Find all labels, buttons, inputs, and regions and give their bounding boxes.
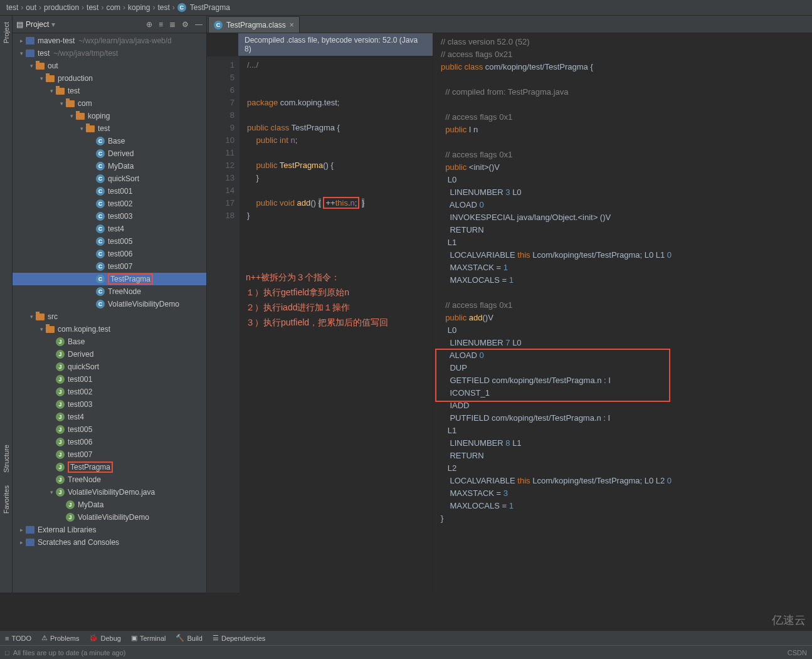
tree-item[interactable]: quickSort: [13, 172, 206, 185]
bc-item[interactable]: koping: [128, 3, 150, 12]
status-bar: □ All files are up to date (a minute ago…: [0, 645, 812, 659]
tree-item[interactable]: ▸External Libraries: [13, 524, 206, 536]
todo-button[interactable]: ≡ TODO: [5, 635, 31, 642]
bc-item[interactable]: test: [157, 3, 169, 12]
bottom-tool-bar: ≡ TODO ⚠ Problems 🐞 Debug ▣ Terminal 🔨 B…: [0, 630, 812, 645]
favorites-tool-button[interactable]: Favorites: [3, 485, 10, 514]
bc-item[interactable]: TestPragma: [190, 3, 230, 12]
line-gutter: 15678910111213141718: [207, 56, 240, 593]
annotation-overlay: n++被拆分为３个指令： １）执行getfield拿到原始n ２）执行iadd进…: [246, 270, 388, 330]
tree-item[interactable]: ▾koping: [13, 110, 206, 122]
status-message: All files are up to date (a minute ago): [13, 649, 126, 656]
bc-item[interactable]: out: [26, 3, 36, 12]
tree-item[interactable]: ▾production: [13, 72, 206, 85]
tree-item[interactable]: MyData: [13, 498, 206, 511]
tree-item[interactable]: test001: [13, 373, 206, 386]
tree-item[interactable]: VolatileVisibilityDemo: [13, 511, 206, 524]
terminal-button[interactable]: ▣ Terminal: [131, 634, 166, 642]
tree-item[interactable]: quickSort: [13, 361, 206, 373]
collapse-icon[interactable]: ≣: [169, 20, 176, 29]
tree-item[interactable]: TestPragma: [13, 273, 206, 285]
tree-item[interactable]: ▾out: [13, 60, 206, 72]
structure-tool-button[interactable]: Structure: [3, 445, 10, 473]
tree-item[interactable]: ▸Scratches and Consoles: [13, 536, 206, 549]
tree-item[interactable]: test002: [13, 198, 206, 210]
tree-item[interactable]: ▾test~/wxp/java/tmp/test: [13, 47, 206, 60]
tree-item[interactable]: TreeNode: [13, 473, 206, 486]
hide-icon[interactable]: —: [195, 20, 203, 29]
problems-button[interactable]: ⚠ Problems: [41, 634, 79, 642]
tree-item[interactable]: ▾VolatileVisibilityDemo.java: [13, 486, 206, 498]
tree-item[interactable]: test006: [13, 248, 206, 260]
source-code[interactable]: /.../ package com.koping.test; public cl…: [240, 56, 433, 593]
tree-item[interactable]: TestPragma: [13, 461, 206, 473]
bc-item[interactable]: test: [87, 3, 98, 12]
debug-button[interactable]: 🐞 Debug: [89, 634, 120, 642]
tree-item[interactable]: ▾test: [13, 122, 206, 135]
class-icon: [214, 21, 223, 29]
decompiled-banner: Decompiled .class file, bytecode version…: [238, 33, 433, 56]
tree-item[interactable]: ▸maven-test~/wxp/learn/java/java-web/d: [13, 34, 206, 47]
project-tool-button[interactable]: Project: [3, 22, 10, 43]
tab-testpragma[interactable]: TestPragma.class ×: [208, 16, 300, 33]
tree-item[interactable]: test4: [13, 223, 206, 235]
status-icon: □: [5, 649, 9, 656]
sidebar-header: ▤ Project ▾ ⊕ ≡ ≣ ⚙ —: [13, 16, 206, 33]
editor-tabs: TestPragma.class ×: [207, 16, 812, 33]
sidebar-title: Project: [26, 20, 49, 29]
locate-icon[interactable]: ⊕: [146, 20, 152, 29]
tab-label: TestPragma.class: [226, 21, 286, 29]
bc-item[interactable]: production: [44, 3, 79, 12]
decompiled-editor[interactable]: Decompiled .class file, bytecode version…: [207, 33, 433, 593]
tree-item[interactable]: TreeNode: [13, 285, 206, 298]
tree-item[interactable]: test005: [13, 423, 206, 436]
bc-item[interactable]: com: [106, 3, 120, 12]
close-icon[interactable]: ×: [290, 21, 294, 29]
tree-item[interactable]: test003: [13, 398, 206, 411]
tree-item[interactable]: test003: [13, 210, 206, 223]
project-sidebar: ▤ Project ▾ ⊕ ≡ ≣ ⚙ — ▸maven-test~/wxp/l…: [13, 16, 207, 593]
tree-item[interactable]: Base: [13, 335, 206, 348]
tree-item[interactable]: Derived: [13, 348, 206, 361]
dropdown-icon[interactable]: ▾: [51, 20, 55, 29]
tree-item[interactable]: test007: [13, 260, 206, 273]
bc-item[interactable]: test: [6, 3, 18, 12]
tool-window-bar: Project Structure Favorites: [0, 16, 13, 593]
tree-item[interactable]: test002: [13, 386, 206, 398]
watermark: 亿速云: [772, 613, 806, 628]
tree-item[interactable]: test006: [13, 436, 206, 448]
tree-item[interactable]: ▾com.koping.test: [13, 323, 206, 335]
expand-icon[interactable]: ≡: [159, 20, 163, 29]
build-button[interactable]: 🔨 Build: [176, 634, 202, 642]
tree-item[interactable]: test007: [13, 448, 206, 461]
tree-item[interactable]: test001: [13, 185, 206, 198]
tree-item[interactable]: Base: [13, 135, 206, 147]
tree-item[interactable]: ▾com: [13, 97, 206, 110]
tree-item[interactable]: Derived: [13, 147, 206, 160]
tree-item[interactable]: test005: [13, 235, 206, 248]
csdn-label: CSDN: [788, 649, 807, 656]
tree-item[interactable]: MyData: [13, 160, 206, 172]
project-icon: ▤: [16, 20, 23, 29]
bytecode-editor[interactable]: // class version 52.0 (52) // access fla…: [433, 33, 812, 593]
editor-area: TestPragma.class × Decompiled .class fil…: [207, 16, 812, 593]
bytecode-view[interactable]: // class version 52.0 (52) // access fla…: [433, 33, 812, 593]
project-tree[interactable]: ▸maven-test~/wxp/learn/java/java-web/d▾t…: [13, 33, 206, 593]
tree-item[interactable]: VolatileVisibilityDemo: [13, 298, 206, 310]
dependencies-button[interactable]: ☰ Dependencies: [213, 634, 265, 642]
breadcrumb: test› out› production› test› com› koping…: [0, 0, 812, 16]
tree-item[interactable]: test4: [13, 411, 206, 423]
tree-item[interactable]: ▾test: [13, 85, 206, 97]
gear-icon[interactable]: ⚙: [182, 20, 189, 29]
class-icon: [177, 3, 186, 12]
tree-item[interactable]: ▾src: [13, 310, 206, 323]
